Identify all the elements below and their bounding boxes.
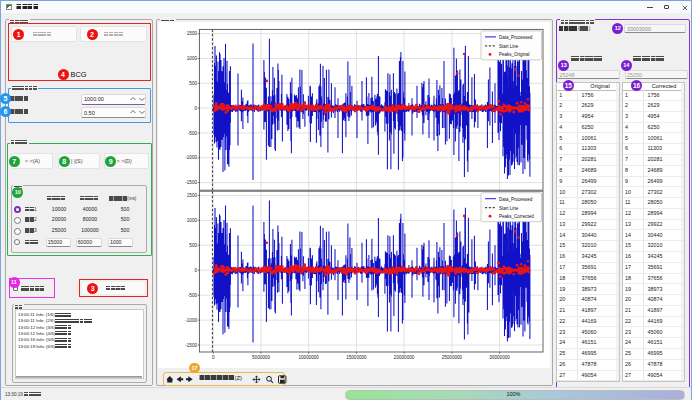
svg-text:Start Line: Start Line [499,44,519,49]
svg-text:Data_Processed: Data_Processed [499,35,533,40]
svg-text:20000000: 20000000 [394,355,415,360]
svg-text:1000: 1000 [187,56,198,61]
svg-text:30000000: 30000000 [489,355,510,360]
svg-text:-1500: -1500 [185,180,197,185]
svg-text:1000: 1000 [187,218,198,223]
svg-text:-1000: -1000 [185,318,197,323]
svg-text:500: 500 [189,81,197,86]
svg-text:0: 0 [212,355,215,360]
svg-text:Peaks_Corrected: Peaks_Corrected [499,214,534,219]
svg-text:25000000: 25000000 [442,355,463,360]
svg-text:15000000: 15000000 [346,355,367,360]
svg-text:-500: -500 [188,293,198,298]
svg-text:-500: -500 [188,131,198,136]
svg-text:500: 500 [189,243,197,248]
svg-text:-1500: -1500 [185,343,197,348]
svg-text:1500: 1500 [187,31,198,36]
svg-text:0: 0 [194,106,197,111]
svg-text:0: 0 [194,268,197,273]
svg-text:Start Line: Start Line [499,206,519,211]
svg-text:-1000: -1000 [185,155,197,160]
svg-text:Peaks_Original: Peaks_Original [499,52,530,57]
svg-text:5000000: 5000000 [252,355,270,360]
svg-text:Data_Processed: Data_Processed [499,197,533,202]
svg-text:10000000: 10000000 [298,355,319,360]
svg-text:1500: 1500 [187,193,198,198]
